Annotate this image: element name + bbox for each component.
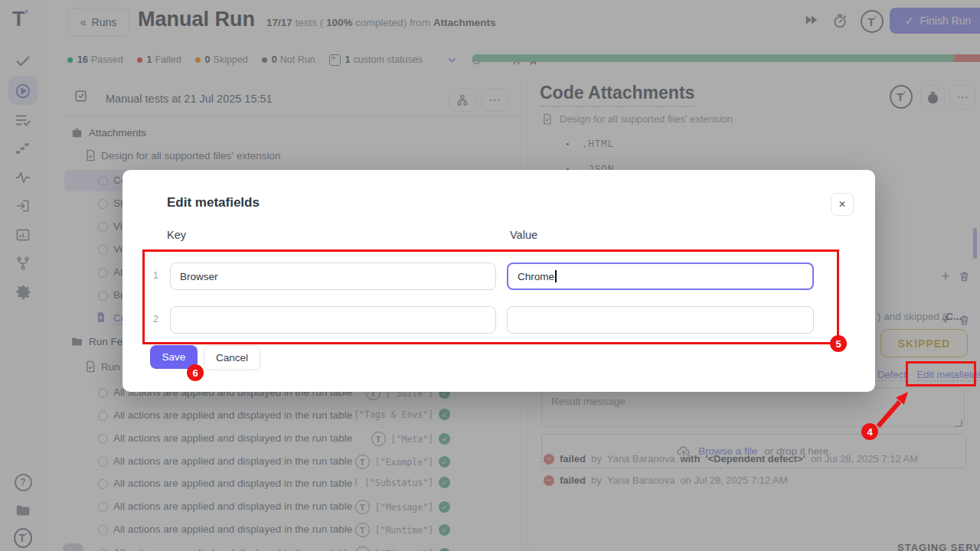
annotation-rect-metafield-rows — [142, 249, 839, 344]
value-column-label: Value — [510, 229, 537, 241]
annotation-badge-6: 6 — [187, 364, 204, 381]
close-button[interactable]: ✕ — [831, 193, 854, 216]
annotation-rect-edit-metafields — [906, 361, 976, 386]
app-screen: T' ? T' « Runs Manual Run 17/17 tests ( … — [0, 0, 980, 551]
annotation-badge-5: 5 — [830, 335, 847, 352]
trash-icon[interactable] — [956, 262, 972, 290]
add-row-button[interactable]: + — [937, 306, 954, 334]
annotation-badge-4: 4 — [861, 423, 878, 440]
cancel-button[interactable]: Cancel — [204, 345, 260, 370]
modal-title: Edit metafields — [167, 195, 260, 210]
key-column-label: Key — [167, 229, 186, 241]
trash-icon[interactable] — [956, 306, 972, 334]
add-row-button[interactable]: + — [937, 262, 954, 290]
close-icon: ✕ — [838, 199, 846, 210]
